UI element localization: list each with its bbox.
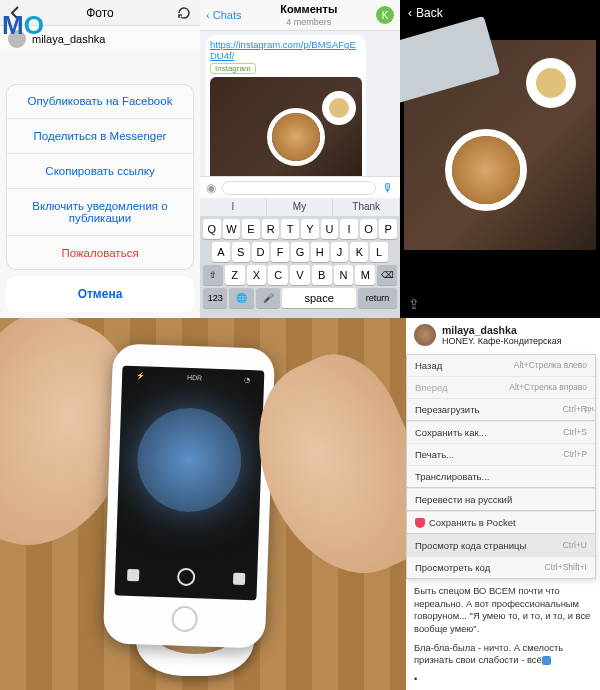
predictions: I My Thank bbox=[200, 198, 400, 216]
timer-icon[interactable]: ◔ bbox=[244, 376, 250, 384]
key[interactable]: K bbox=[350, 242, 368, 262]
menu-view-source[interactable]: Просмотр кода страницыCtrl+U bbox=[407, 534, 595, 556]
keyboard: I My Thank QWERTYUIOP ASDFGHJKL ⇧ ZXCVBN… bbox=[200, 198, 400, 318]
avatar bbox=[414, 324, 436, 346]
key[interactable]: J bbox=[331, 242, 349, 262]
key[interactable]: Q bbox=[203, 219, 221, 239]
refresh-icon[interactable] bbox=[176, 5, 192, 21]
action-sheet: Опубликовать на Facebook Поделиться в Me… bbox=[6, 84, 194, 312]
key[interactable]: X bbox=[247, 265, 267, 285]
camera-screen: ⚡HDR◔ bbox=[114, 366, 264, 601]
lock-emoji bbox=[542, 656, 551, 665]
chat-header: ‹ Chats Комменты4 members K bbox=[200, 0, 400, 31]
key[interactable]: U bbox=[321, 219, 339, 239]
post-caption: Быть спецом ВО ВСЕМ почти что нереально.… bbox=[406, 585, 600, 690]
key[interactable]: O bbox=[360, 219, 378, 239]
cancel-button[interactable]: Отмена bbox=[6, 276, 194, 312]
key[interactable]: P bbox=[379, 219, 397, 239]
key[interactable]: G bbox=[291, 242, 309, 262]
camera-icon[interactable]: ◉ bbox=[206, 181, 216, 195]
backspace-key[interactable]: ⌫ bbox=[377, 265, 397, 285]
key[interactable]: W bbox=[223, 219, 241, 239]
menu-cast[interactable]: Транслировать... bbox=[407, 465, 595, 487]
key[interactable]: Z bbox=[225, 265, 245, 285]
preview-panel: ‹ Back ⇪ bbox=[400, 0, 600, 318]
message-input[interactable] bbox=[222, 181, 376, 195]
phone-mockup: ⚡HDR◔ bbox=[103, 343, 275, 648]
message-input-bar: ◉ 🎙 bbox=[200, 176, 400, 198]
message-link[interactable]: https://instagram.com/p/BMSAFgEDU4f/ bbox=[210, 39, 362, 61]
prediction[interactable]: Thank bbox=[333, 198, 400, 216]
key[interactable]: B bbox=[312, 265, 332, 285]
share-icon[interactable]: ⇪ bbox=[408, 296, 420, 312]
message-bubble[interactable]: https://instagram.com/p/BMSAFgEDU4f/ Ins… bbox=[206, 35, 366, 193]
space-key[interactable]: space bbox=[282, 288, 355, 308]
globe-key[interactable]: 🌐 bbox=[229, 288, 253, 308]
telegram-panel: ‹ Chats Комменты4 members K https://inst… bbox=[200, 0, 400, 318]
key[interactable]: E bbox=[242, 219, 260, 239]
watermark-logo: MO bbox=[2, 10, 44, 41]
hdr-label[interactable]: HDR bbox=[187, 374, 202, 383]
post-header[interactable]: milaya_dashka HONEY. Кафе-Кондитерская bbox=[406, 318, 600, 348]
key[interactable]: R bbox=[262, 219, 280, 239]
copy-link[interactable]: Скопировать ссылку bbox=[6, 153, 194, 188]
key-row: QWERTYUIOP bbox=[200, 219, 400, 239]
capture-button[interactable] bbox=[177, 568, 196, 587]
ios-share-panel: Фото milaya_dashka MO Опубликовать на Fa… bbox=[0, 0, 200, 318]
preview-image bbox=[404, 40, 596, 250]
key[interactable]: H bbox=[311, 242, 329, 262]
key[interactable]: V bbox=[290, 265, 310, 285]
link-preview-image bbox=[210, 77, 362, 189]
home-button[interactable] bbox=[171, 605, 198, 632]
timestamp: дн. bbox=[585, 404, 596, 413]
chat-title[interactable]: Комменты4 members bbox=[280, 3, 337, 27]
menu-save-as[interactable]: Сохранить как...Ctrl+S bbox=[407, 421, 595, 443]
prediction[interactable]: I bbox=[200, 198, 267, 216]
numbers-key[interactable]: 123 bbox=[203, 288, 227, 308]
link-source-tag: Instagram bbox=[210, 63, 256, 74]
return-key[interactable]: return bbox=[358, 288, 397, 308]
share-facebook[interactable]: Опубликовать на Facebook bbox=[6, 84, 194, 118]
back-button[interactable]: ‹ Back bbox=[400, 0, 600, 26]
back-chats[interactable]: ‹ Chats bbox=[206, 9, 241, 21]
share-messenger[interactable]: Поделиться в Messenger bbox=[6, 118, 194, 153]
menu-inspect[interactable]: Просмотреть кодCtrl+Shift+I bbox=[407, 556, 595, 578]
viewfinder-subject bbox=[135, 406, 243, 514]
menu-back[interactable]: НазадAlt+Стрелка влево bbox=[407, 355, 595, 376]
key[interactable]: N bbox=[334, 265, 354, 285]
shutter-button[interactable] bbox=[123, 366, 265, 371]
shift-key[interactable]: ⇧ bbox=[203, 265, 223, 285]
key[interactable]: I bbox=[340, 219, 358, 239]
key[interactable]: L bbox=[370, 242, 388, 262]
key[interactable]: S bbox=[232, 242, 250, 262]
menu-forward: ВпередAlt+Стрелка вправо bbox=[407, 376, 595, 398]
key[interactable]: M bbox=[355, 265, 375, 285]
key-row: 123 🌐 🎤 space return bbox=[200, 288, 400, 308]
toggle-notifications[interactable]: Включить уведомления о публикации bbox=[6, 188, 194, 235]
flash-icon[interactable]: ⚡ bbox=[136, 372, 145, 380]
gallery-thumb[interactable] bbox=[127, 569, 139, 581]
context-menu: НазадAlt+Стрелка влево ВпередAlt+Стрелка… bbox=[406, 354, 596, 579]
key[interactable]: Y bbox=[301, 219, 319, 239]
prediction[interactable]: My bbox=[267, 198, 334, 216]
group-avatar[interactable]: K bbox=[376, 6, 394, 24]
key[interactable]: A bbox=[212, 242, 230, 262]
nav-title: Фото bbox=[86, 6, 114, 20]
menu-reload[interactable]: ПерезагрузитьCtrl+R bbox=[407, 398, 595, 420]
browser-panel: milaya_dashka HONEY. Кафе-Кондитерская д… bbox=[406, 318, 600, 690]
key[interactable]: T bbox=[281, 219, 299, 239]
switch-camera-icon[interactable] bbox=[233, 573, 245, 585]
key-row: ASDFGHJKL bbox=[200, 242, 400, 262]
report[interactable]: Пожаловаться bbox=[6, 235, 194, 270]
key[interactable]: C bbox=[268, 265, 288, 285]
photo-scene: ⚡HDR◔ bbox=[0, 318, 406, 690]
menu-pocket[interactable]: Сохранить в Pocket bbox=[407, 511, 595, 533]
menu-print[interactable]: Печать...Ctrl+P bbox=[407, 443, 595, 465]
dictation-key[interactable]: 🎤 bbox=[256, 288, 280, 308]
menu-translate[interactable]: Перевести на русский bbox=[407, 488, 595, 510]
mic-icon[interactable]: 🎙 bbox=[382, 181, 394, 195]
key[interactable]: F bbox=[271, 242, 289, 262]
pocket-icon bbox=[415, 518, 425, 528]
key-row: ⇧ ZXCVBNM ⌫ bbox=[200, 265, 400, 285]
key[interactable]: D bbox=[252, 242, 270, 262]
